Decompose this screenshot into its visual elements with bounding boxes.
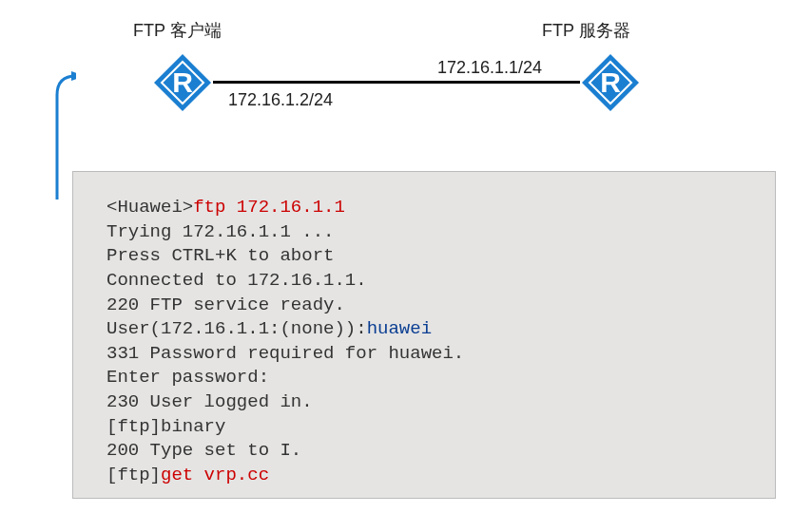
network-link-line [213,81,580,84]
client-router-icon: R [152,52,213,113]
svg-marker-4 [71,71,76,81]
server-label: FTP 服务器 [542,19,630,42]
terminal-line: User(172.16.1.1:(none)):huawei [106,317,742,342]
server-ip-label: 172.16.1.1/24 [437,58,542,78]
terminal-line: [ftp]get vrp.cc [106,464,742,488]
server-router-icon: R [580,52,641,113]
terminal-line: Enter password: [106,366,742,390]
client-ip-label: 172.16.1.2/24 [228,90,333,110]
callout-arrow-icon [19,66,76,200]
router-letter: R [600,66,621,98]
terminal-line: Press CTRL+K to abort [106,244,742,269]
terminal-line: Trying 172.16.1.1 ... [106,220,742,245]
terminal-line: 200 Type set to I. [106,439,742,464]
client-label: FTP 客户端 [133,19,222,42]
router-letter: R [172,66,193,98]
terminal-line: 220 FTP service ready. [106,294,742,318]
terminal-line: [ftp]binary [106,415,742,440]
terminal-line: <Huawei>ftp 172.16.1.1 [106,196,742,220]
terminal-line: 230 User logged in. [106,390,742,415]
network-topology: FTP 客户端 FTP 服务器 R R 172.16.1.2/24 172.16… [114,19,704,142]
terminal-line: 331 Password required for huawei. [106,342,742,367]
terminal-line: Connected to 172.16.1.1. [106,269,742,294]
terminal-lines: <Huawei>ftp 172.16.1.1Trying 172.16.1.1 … [106,196,742,488]
terminal-output: <Huawei>ftp 172.16.1.1Trying 172.16.1.1 … [72,171,776,499]
